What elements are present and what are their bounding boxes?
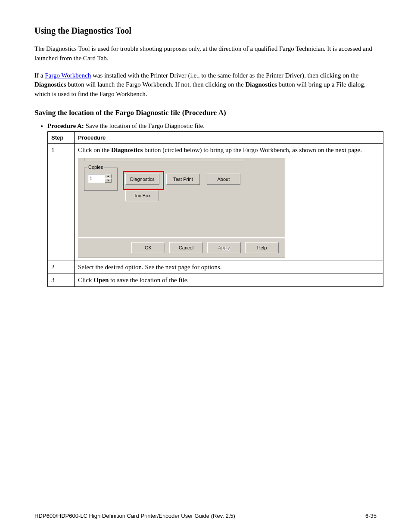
apply-button[interactable]: Apply bbox=[207, 242, 241, 253]
copies-input[interactable] bbox=[88, 174, 105, 183]
table-row: 2 Select the desired option. See the nex… bbox=[48, 261, 383, 274]
step-number: 3 bbox=[48, 274, 75, 286]
copies-spinner: ▲ ▼ bbox=[105, 174, 112, 183]
paragraph-workbench: If a Fargo Workbench was installed with … bbox=[34, 71, 377, 99]
ok-button[interactable]: OK bbox=[131, 242, 165, 253]
open-bold: Open bbox=[93, 277, 109, 283]
copies-legend: Copies bbox=[87, 165, 104, 170]
step-action: Click on the Diagnostics button (circled… bbox=[75, 143, 383, 261]
spin-down-button[interactable]: ▼ bbox=[105, 178, 112, 183]
spin-up-button[interactable]: ▲ bbox=[105, 174, 112, 178]
step-action: Select the desired option. See the next … bbox=[75, 261, 383, 274]
dialog-screenshot: Copies ▲ ▼ bbox=[78, 158, 380, 258]
diagnostics-button[interactable]: Diagnostics bbox=[125, 174, 159, 185]
text: Click bbox=[78, 277, 93, 283]
diagnostics-bold-1: Diagnostics bbox=[34, 81, 66, 88]
cancel-button[interactable]: Cancel bbox=[169, 242, 203, 253]
table-row: 3 Click Open to save the location of the… bbox=[48, 274, 383, 286]
procedure-a-label: Procedure A: bbox=[47, 122, 84, 129]
col-step: Step bbox=[48, 131, 75, 143]
page-footer: HDP600/HDP600-LC High Definition Card Pr… bbox=[34, 513, 377, 519]
procedure-a-text: Save the location of the Fargo Diagnosti… bbox=[86, 122, 205, 129]
text: button will launch the Fargo Workbench. … bbox=[68, 81, 244, 88]
text: button (circled below) to bring up the F… bbox=[143, 146, 362, 153]
col-procedure: Procedure bbox=[75, 131, 383, 143]
diagnostics-bold-2: Diagnostics bbox=[245, 81, 277, 88]
intro-paragraph: The Diagnostics Tool is used for trouble… bbox=[34, 44, 377, 63]
toolbox-button[interactable]: ToolBox bbox=[125, 190, 159, 201]
copies-group: Copies ▲ ▼ bbox=[84, 168, 118, 191]
help-button[interactable]: Help bbox=[245, 242, 279, 253]
procedure-list: Procedure A: Save the location of the Fa… bbox=[47, 122, 377, 130]
dialog-cutoff-line bbox=[84, 158, 244, 161]
print-dialog: Copies ▲ ▼ bbox=[78, 158, 285, 258]
step-number: 2 bbox=[48, 261, 75, 274]
page-title: Using the Diagnostics Tool bbox=[34, 26, 377, 36]
diagnostics-bold: Diagnostics bbox=[111, 146, 143, 153]
text: If a bbox=[34, 72, 43, 79]
dialog-footer: OK Cancel Apply Help bbox=[78, 237, 285, 258]
footer-right: 6-35 bbox=[365, 513, 377, 519]
text: Click on the bbox=[78, 146, 111, 153]
footer-left: HDP600/HDP600-LC High Definition Card Pr… bbox=[34, 513, 235, 519]
about-button[interactable]: About bbox=[207, 174, 240, 185]
procedure-a-item: Procedure A: Save the location of the Fa… bbox=[47, 122, 377, 130]
text: was installed with the Printer Driver (i… bbox=[93, 72, 358, 79]
step-number: 1 bbox=[48, 143, 75, 261]
test-print-button[interactable]: Test Print bbox=[166, 174, 200, 185]
steps-table: Step Procedure 1 Click on the Diagnostic… bbox=[47, 131, 383, 287]
step-action: Click Open to save the location of the f… bbox=[75, 274, 383, 286]
link-fargo-workbench[interactable]: Fargo Workbench bbox=[45, 72, 91, 79]
section-heading: Saving the location of the Fargo Diagnos… bbox=[34, 109, 377, 117]
table-row: 1 Click on the Diagnostics button (circl… bbox=[48, 143, 383, 261]
text: to save the location of the file. bbox=[109, 277, 189, 283]
